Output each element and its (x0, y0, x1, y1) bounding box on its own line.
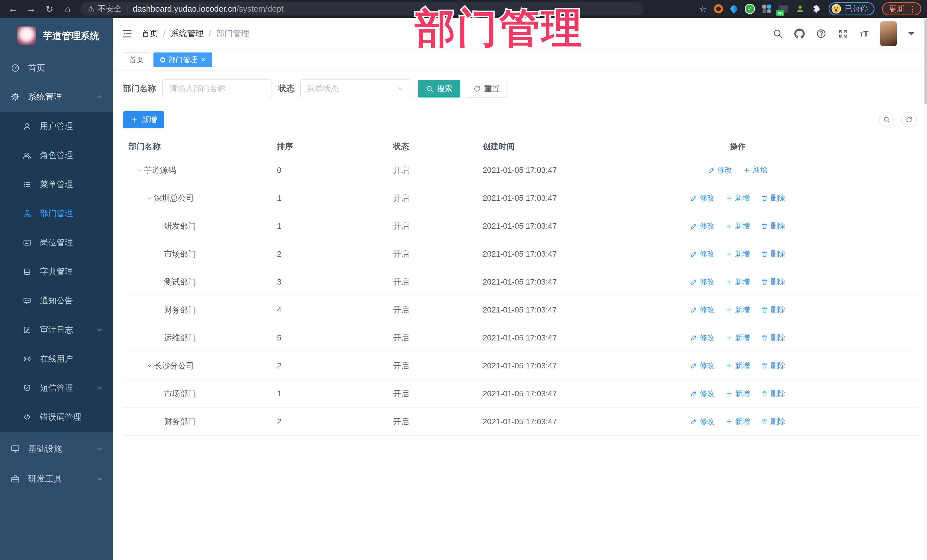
sidebar-item-post[interactable]: 岗位管理 (0, 228, 113, 257)
sidebar-item-audit-log[interactable]: 审计日志 (0, 316, 113, 344)
row-action-delete[interactable]: 删除 (761, 193, 785, 203)
tab-dept-management[interactable]: 部门管理 × (153, 52, 212, 67)
extension-grid-icon[interactable] (763, 5, 771, 13)
row-action-edit[interactable]: 修改 (690, 193, 714, 203)
extension-green-check-icon[interactable]: ✓ (745, 4, 755, 14)
sidebar-item-dept[interactable]: 部门管理 (0, 199, 113, 228)
cell-sort: 2 (277, 249, 393, 259)
expand-toggle-icon[interactable] (135, 167, 144, 173)
browser-reload-icon[interactable]: ↻ (42, 2, 56, 15)
row-action-add[interactable]: 新增 (725, 305, 750, 315)
extensions-puzzle-icon[interactable] (812, 4, 821, 14)
row-action-add[interactable]: 新增 (725, 221, 750, 231)
extension-location-drop-icon[interactable] (729, 4, 739, 14)
sidebar-item-notice[interactable]: 通知公告 (0, 286, 113, 316)
github-icon[interactable] (794, 29, 805, 39)
add-button[interactable]: 新增 (123, 111, 164, 128)
sidebar-item-sms[interactable]: 短信管理 (0, 373, 113, 403)
dept-name-input[interactable] (162, 79, 272, 98)
cell-sort: 3 (277, 278, 393, 287)
url-path: /system/dept (237, 4, 284, 14)
expand-toggle-icon[interactable] (145, 363, 154, 369)
expand-toggle-icon[interactable] (145, 195, 154, 201)
sidebar-logo[interactable]: 芋道管理系统 (0, 18, 113, 54)
avatar-caret-down-icon[interactable] (908, 32, 915, 38)
row-action-edit[interactable]: 修改 (690, 333, 714, 343)
sidebar-item-error-code[interactable]: 错误码管理 (0, 403, 113, 432)
row-action-edit[interactable]: 修改 (690, 249, 714, 259)
trash-icon (761, 250, 768, 258)
sidebar-item-menu[interactable]: 菜单管理 (0, 170, 113, 199)
row-action-delete[interactable]: 删除 (761, 249, 785, 259)
breadcrumb: 首页 / 系统管理 / 部门管理 (141, 28, 249, 39)
search-button[interactable]: 搜索 (418, 80, 460, 97)
sidebar-item-infra[interactable]: 基础设施 (0, 434, 113, 464)
sidebar-item-system[interactable]: 系统管理 (0, 82, 113, 112)
browser-update-button[interactable]: 更新 ⋮ (882, 2, 921, 15)
row-action-edit[interactable]: 修改 (690, 389, 714, 399)
row-action-add[interactable]: 新增 (725, 361, 750, 371)
row-action-add[interactable]: 新增 (725, 249, 750, 259)
bookmark-star-icon[interactable]: ☆ (699, 4, 707, 14)
cell-sort: 1 (277, 194, 393, 203)
sidebar-item-online-user[interactable]: 在线用户 (0, 344, 113, 373)
toggle-search-icon[interactable] (879, 112, 895, 127)
breadcrumb-home[interactable]: 首页 (141, 28, 158, 39)
row-action-add[interactable]: 新增 (743, 165, 767, 175)
more-menu-dots-icon[interactable]: ⋮ (909, 4, 916, 14)
pencil-icon (690, 222, 698, 230)
browser-home-icon[interactable]: ⌂ (61, 2, 75, 15)
profile-paused-badge[interactable]: 已暂停 (828, 2, 874, 15)
row-action-edit[interactable]: 修改 (690, 221, 714, 231)
user-avatar[interactable] (880, 21, 897, 46)
refresh-table-icon[interactable] (901, 112, 917, 127)
row-action-edit[interactable]: 修改 (690, 417, 714, 426)
cell-status: 开启 (393, 249, 483, 260)
plus-icon (130, 116, 138, 124)
row-action-delete[interactable]: 删除 (761, 417, 785, 426)
row-action-edit[interactable]: 修改 (690, 305, 714, 315)
cell-created: 2021-01-05 17:03:47 (483, 194, 656, 203)
row-action-edit[interactable]: 修改 (708, 165, 732, 175)
extension-orange-ring-icon[interactable] (714, 4, 723, 14)
fullscreen-icon[interactable] (838, 29, 848, 39)
row-action-add[interactable]: 新增 (725, 417, 750, 426)
address-bar[interactable]: ⚠ 不安全 dashboard.yudao.iocoder.cn /system… (81, 2, 644, 15)
app-shell: 芋道管理系统 首页 系统管理 用户管理 角色管理 菜单管理 部门管理 岗位管理 … (0, 18, 927, 560)
sidebar-item-home[interactable]: 首页 (0, 54, 113, 82)
browser-forward-icon[interactable]: → (24, 2, 38, 15)
tab-close-icon[interactable]: × (201, 55, 205, 64)
pencil-icon (690, 362, 698, 370)
row-action-delete[interactable]: 删除 (761, 277, 785, 287)
sidebar-collapse-icon[interactable] (122, 28, 133, 39)
row-action-add[interactable]: 新增 (725, 193, 750, 203)
tab-home[interactable]: 首页 (123, 52, 150, 67)
sidebar-item-dict[interactable]: 字典管理 (0, 257, 113, 286)
row-action-edit[interactable]: 修改 (690, 277, 714, 287)
browser-back-icon[interactable]: ← (6, 2, 20, 15)
row-action-delete[interactable]: 删除 (761, 305, 785, 315)
row-action-delete[interactable]: 删除 (761, 221, 785, 231)
extension-list-on-icon[interactable]: on (778, 5, 788, 13)
sidebar-item-dev-tools[interactable]: 研发工具 (0, 464, 113, 494)
extension-green-user-icon[interactable] (795, 4, 805, 14)
sidebar-item-user[interactable]: 用户管理 (0, 112, 113, 141)
reset-button[interactable]: 重置 (466, 80, 507, 97)
breadcrumb-system[interactable]: 系统管理 (170, 28, 204, 39)
status-select[interactable]: 菜单状态 (300, 79, 411, 98)
row-action-delete[interactable]: 删除 (761, 389, 785, 399)
row-action-delete[interactable]: 删除 (761, 361, 785, 371)
help-question-icon[interactable] (816, 29, 826, 39)
scrollbar-track[interactable] (924, 18, 927, 560)
scrollbar-thumb[interactable] (924, 19, 927, 104)
row-action-delete[interactable]: 删除 (761, 333, 785, 343)
table-row: 市场部门 1 开启 2021-01-05 17:03:47 修改 新增 删除 (123, 380, 918, 408)
row-action-add[interactable]: 新增 (725, 389, 750, 399)
sidebar-item-role[interactable]: 角色管理 (0, 141, 113, 170)
cell-status: 开启 (393, 416, 483, 427)
header-search-icon[interactable] (773, 29, 783, 39)
font-size-icon[interactable]: TT (859, 29, 869, 38)
row-action-add[interactable]: 新增 (725, 277, 750, 287)
row-action-edit[interactable]: 修改 (690, 361, 714, 371)
row-action-add[interactable]: 新增 (725, 333, 750, 343)
